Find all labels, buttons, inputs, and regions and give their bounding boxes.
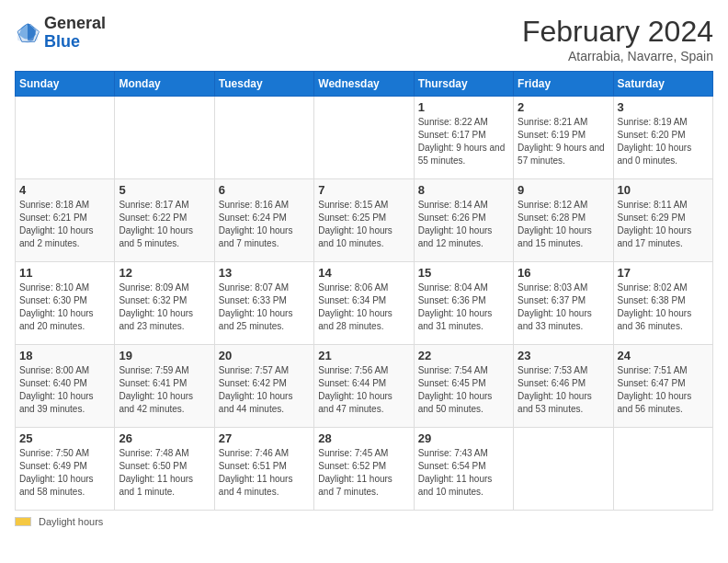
day-number: 14 [318,266,409,280]
day-info: Sunrise: 7:54 AM Sunset: 6:45 PM Dayligh… [418,364,509,416]
day-number: 24 [618,349,709,362]
calendar-header-row: SundayMondayTuesdayWednesdayThursdayFrid… [16,72,713,97]
calendar-cell: 26Sunrise: 7:48 AM Sunset: 6:50 PM Dayli… [115,428,214,511]
day-number: 16 [518,266,609,280]
day-number: 27 [219,431,310,445]
calendar-cell: 16Sunrise: 8:03 AM Sunset: 6:37 PM Dayli… [514,262,613,345]
calendar-cell: 1Sunrise: 8:22 AM Sunset: 6:17 PM Daylig… [414,97,513,179]
day-number: 18 [19,349,110,362]
day-number: 8 [418,183,509,197]
day-info: Sunrise: 8:19 AM Sunset: 6:20 PM Dayligh… [618,116,709,167]
calendar-cell: 19Sunrise: 7:59 AM Sunset: 6:41 PM Dayli… [115,345,214,428]
calendar-cell: 14Sunrise: 8:06 AM Sunset: 6:34 PM Dayli… [314,262,414,345]
calendar-cell: 13Sunrise: 8:07 AM Sunset: 6:33 PM Dayli… [214,262,313,345]
calendar-cell: 20Sunrise: 7:57 AM Sunset: 6:42 PM Dayli… [214,345,313,428]
day-number: 20 [219,349,310,362]
calendar-cell [314,97,414,179]
day-info: Sunrise: 8:06 AM Sunset: 6:34 PM Dayligh… [318,282,409,333]
logo: General Blue [15,15,106,52]
day-number: 3 [618,100,709,114]
day-info: Sunrise: 8:07 AM Sunset: 6:33 PM Dayligh… [219,282,310,333]
day-info: Sunrise: 8:11 AM Sunset: 6:29 PM Dayligh… [618,199,709,250]
logo-text: General Blue [44,15,106,52]
day-number: 13 [219,266,310,280]
calendar-cell: 17Sunrise: 8:02 AM Sunset: 6:38 PM Dayli… [613,262,712,345]
calendar-cell [16,97,115,179]
calendar-cell [514,428,613,511]
daylight-bar-icon [15,517,31,526]
calendar-cell: 10Sunrise: 8:11 AM Sunset: 6:29 PM Dayli… [613,179,712,262]
calendar-cell: 11Sunrise: 8:10 AM Sunset: 6:30 PM Dayli… [16,262,115,345]
day-info: Sunrise: 8:04 AM Sunset: 6:36 PM Dayligh… [418,282,509,333]
day-info: Sunrise: 8:12 AM Sunset: 6:28 PM Dayligh… [518,199,609,250]
day-info: Sunrise: 8:09 AM Sunset: 6:32 PM Dayligh… [119,282,210,333]
day-number: 25 [19,431,110,445]
calendar-cell: 25Sunrise: 7:50 AM Sunset: 6:49 PM Dayli… [16,428,115,511]
col-header-tuesday: Tuesday [214,72,313,97]
calendar-cell: 6Sunrise: 8:16 AM Sunset: 6:24 PM Daylig… [214,179,313,262]
location-label: Atarrabia, Navarre, Spain [522,49,713,63]
calendar-cell [214,97,313,179]
calendar-cell: 21Sunrise: 7:56 AM Sunset: 6:44 PM Dayli… [314,345,414,428]
col-header-saturday: Saturday [613,72,712,97]
calendar-cell: 15Sunrise: 8:04 AM Sunset: 6:36 PM Dayli… [414,262,513,345]
day-info: Sunrise: 8:21 AM Sunset: 6:19 PM Dayligh… [518,116,609,167]
calendar-cell [115,97,214,179]
calendar-cell [613,428,712,511]
calendar-cell: 22Sunrise: 7:54 AM Sunset: 6:45 PM Dayli… [414,345,513,428]
day-info: Sunrise: 8:15 AM Sunset: 6:25 PM Dayligh… [318,199,409,250]
day-info: Sunrise: 8:22 AM Sunset: 6:17 PM Dayligh… [418,116,509,167]
day-number: 26 [119,431,210,445]
day-info: Sunrise: 7:53 AM Sunset: 6:46 PM Dayligh… [518,364,609,416]
calendar-cell: 29Sunrise: 7:43 AM Sunset: 6:54 PM Dayli… [414,428,513,511]
calendar-cell: 4Sunrise: 8:18 AM Sunset: 6:21 PM Daylig… [16,179,115,262]
day-info: Sunrise: 8:00 AM Sunset: 6:40 PM Dayligh… [19,364,110,416]
footer: Daylight hours [15,516,713,527]
day-number: 12 [119,266,210,280]
day-number: 19 [119,349,210,362]
day-number: 2 [518,100,609,114]
calendar-week-row: 4Sunrise: 8:18 AM Sunset: 6:21 PM Daylig… [16,179,713,262]
day-info: Sunrise: 8:10 AM Sunset: 6:30 PM Dayligh… [19,282,110,333]
header: General Blue February 2024 Atarrabia, Na… [15,15,713,63]
col-header-monday: Monday [115,72,214,97]
calendar-week-row: 25Sunrise: 7:50 AM Sunset: 6:49 PM Dayli… [16,428,713,511]
day-info: Sunrise: 7:59 AM Sunset: 6:41 PM Dayligh… [119,364,210,416]
day-info: Sunrise: 7:51 AM Sunset: 6:47 PM Dayligh… [618,364,709,416]
calendar-cell: 18Sunrise: 8:00 AM Sunset: 6:40 PM Dayli… [16,345,115,428]
day-info: Sunrise: 8:17 AM Sunset: 6:22 PM Dayligh… [119,199,210,250]
day-number: 28 [318,431,409,445]
calendar-cell: 28Sunrise: 7:45 AM Sunset: 6:52 PM Dayli… [314,428,414,511]
day-number: 29 [418,431,509,445]
day-info: Sunrise: 8:03 AM Sunset: 6:37 PM Dayligh… [518,282,609,333]
day-number: 22 [418,349,509,362]
day-info: Sunrise: 7:43 AM Sunset: 6:54 PM Dayligh… [418,447,509,499]
day-number: 21 [318,349,409,362]
day-number: 11 [19,266,110,280]
calendar-cell: 3Sunrise: 8:19 AM Sunset: 6:20 PM Daylig… [613,97,712,179]
col-header-sunday: Sunday [16,72,115,97]
calendar-week-row: 18Sunrise: 8:00 AM Sunset: 6:40 PM Dayli… [16,345,713,428]
calendar-cell: 5Sunrise: 8:17 AM Sunset: 6:22 PM Daylig… [115,179,214,262]
calendar-week-row: 11Sunrise: 8:10 AM Sunset: 6:30 PM Dayli… [16,262,713,345]
day-number: 7 [318,183,409,197]
day-number: 9 [518,183,609,197]
day-number: 10 [618,183,709,197]
calendar-cell: 12Sunrise: 8:09 AM Sunset: 6:32 PM Dayli… [115,262,214,345]
col-header-wednesday: Wednesday [314,72,414,97]
calendar-week-row: 1Sunrise: 8:22 AM Sunset: 6:17 PM Daylig… [16,97,713,179]
day-info: Sunrise: 7:50 AM Sunset: 6:49 PM Dayligh… [19,447,110,499]
calendar-table: SundayMondayTuesdayWednesdayThursdayFrid… [15,71,713,511]
day-info: Sunrise: 7:56 AM Sunset: 6:44 PM Dayligh… [318,364,409,416]
calendar-cell: 2Sunrise: 8:21 AM Sunset: 6:19 PM Daylig… [514,97,613,179]
day-info: Sunrise: 7:57 AM Sunset: 6:42 PM Dayligh… [219,364,310,416]
title-area: February 2024 Atarrabia, Navarre, Spain [522,15,713,63]
day-info: Sunrise: 8:14 AM Sunset: 6:26 PM Dayligh… [418,199,509,250]
day-info: Sunrise: 7:46 AM Sunset: 6:51 PM Dayligh… [219,447,310,499]
day-number: 23 [518,349,609,362]
calendar-cell: 9Sunrise: 8:12 AM Sunset: 6:28 PM Daylig… [514,179,613,262]
col-header-friday: Friday [514,72,613,97]
calendar-cell: 24Sunrise: 7:51 AM Sunset: 6:47 PM Dayli… [613,345,712,428]
day-number: 6 [219,183,310,197]
day-number: 15 [418,266,509,280]
